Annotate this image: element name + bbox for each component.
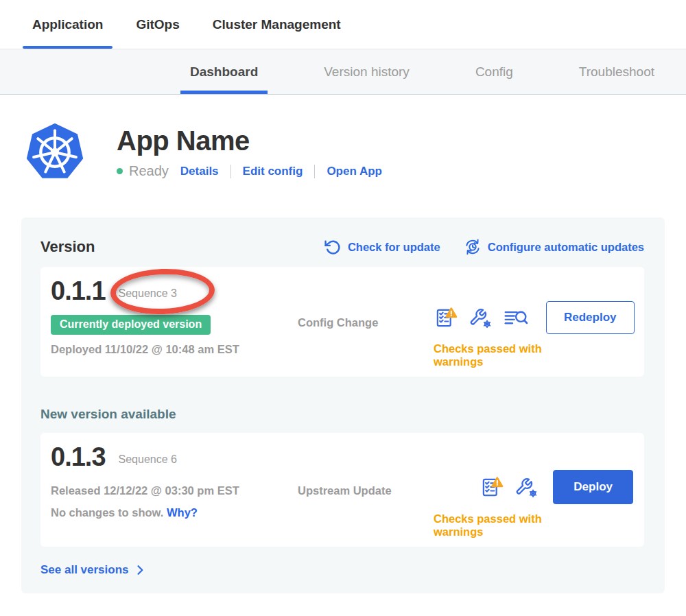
chevron-right-icon <box>133 563 147 577</box>
tab-cluster-management-label: Cluster Management <box>213 17 341 32</box>
refresh-icon <box>324 239 342 256</box>
tab-version-history-label: Version history <box>324 64 410 80</box>
version-source-label: Upstream Update <box>298 484 392 497</box>
status-dot-icon <box>117 168 123 174</box>
available-version-card: 0.1.3 Sequence 6 Released 12/12/22 @ 03:… <box>40 433 644 547</box>
app-header: App Name Ready Details Edit config Open … <box>0 95 686 182</box>
see-all-versions-label: See all versions <box>40 563 129 577</box>
page-title: App Name <box>117 126 382 156</box>
deploy-button[interactable]: Deploy <box>553 470 633 504</box>
config-wrench-icon[interactable] <box>469 308 492 328</box>
tab-dashboard[interactable]: Dashboard <box>180 49 268 94</box>
current-sequence-label: Sequence 3 <box>119 287 177 300</box>
tab-dashboard-label: Dashboard <box>190 64 258 80</box>
kubernetes-logo-icon <box>25 122 85 182</box>
no-changes-text: No changes to show. <box>51 506 163 519</box>
tab-application[interactable]: Application <box>23 0 113 49</box>
tab-troubleshoot[interactable]: Troubleshoot <box>569 49 664 94</box>
released-timestamp: Released 12/12/22 @ 03:30 pm EST <box>51 484 298 497</box>
see-all-versions-link[interactable]: See all versions <box>40 563 644 577</box>
active-subtab-underline <box>180 91 268 94</box>
status-badge: Ready <box>129 163 169 179</box>
version-section: Version Check for update Configure <box>21 217 665 593</box>
auto-update-clock-icon <box>464 238 482 256</box>
app-sub-nav: Dashboard Version history Config Trouble… <box>0 49 686 95</box>
deployed-timestamp: Deployed 11/10/22 @ 10:48 am EST <box>51 343 298 356</box>
config-wrench-icon[interactable] <box>514 477 538 497</box>
active-tab-underline <box>23 46 113 49</box>
version-heading: Version <box>40 238 95 256</box>
divider <box>230 165 231 178</box>
view-files-icon[interactable] <box>503 309 530 327</box>
current-version-number: 0.1.1 <box>51 276 106 306</box>
tab-config-label: Config <box>475 64 513 80</box>
available-sequence-label: Sequence 6 <box>119 453 177 466</box>
tab-cluster-management[interactable]: Cluster Management <box>203 0 351 49</box>
checks-status-text: Checks passed with warnings <box>434 512 585 538</box>
tab-gitops-label: GitOps <box>136 17 179 32</box>
details-link[interactable]: Details <box>180 165 219 178</box>
configure-automatic-updates-button[interactable]: Configure automatic updates <box>464 238 644 256</box>
new-version-heading: New version available <box>40 407 644 422</box>
available-version-number: 0.1.3 <box>51 442 106 472</box>
tab-version-history[interactable]: Version history <box>314 49 419 94</box>
version-source-label: Config Change <box>298 316 378 329</box>
checks-status-text: Checks passed with warnings <box>434 342 545 368</box>
tab-application-label: Application <box>32 17 103 32</box>
tab-troubleshoot-label: Troubleshoot <box>579 64 654 80</box>
check-for-update-label: Check for update <box>348 241 440 254</box>
open-app-link[interactable]: Open App <box>327 165 382 178</box>
check-for-update-button[interactable]: Check for update <box>324 239 440 256</box>
edit-config-link[interactable]: Edit config <box>243 165 303 178</box>
redeploy-button[interactable]: Redeploy <box>546 301 635 334</box>
configure-automatic-updates-label: Configure automatic updates <box>488 241 644 254</box>
currently-deployed-badge: Currently deployed version <box>51 315 211 335</box>
preflight-checks-icon[interactable] <box>434 307 458 329</box>
divider <box>314 165 315 178</box>
app-nav: Application GitOps Cluster Management <box>0 0 686 49</box>
why-link[interactable]: Why? <box>167 506 198 519</box>
tab-gitops[interactable]: GitOps <box>126 0 189 49</box>
preflight-checks-icon[interactable] <box>480 477 504 498</box>
current-version-card: 0.1.1 Sequence 3 Currently deployed vers… <box>40 267 644 377</box>
tab-config[interactable]: Config <box>466 49 523 94</box>
